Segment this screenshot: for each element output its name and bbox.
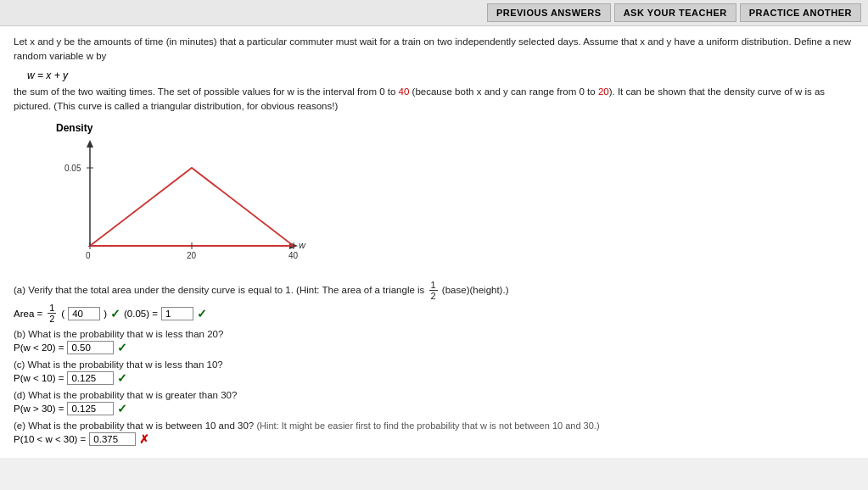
part-b-answer-row: P(w < 20) = ✓ <box>14 341 854 354</box>
part-e-prefix: P(10 < w < 30) = <box>14 434 86 444</box>
part-c-label: (c) What is the probability that w is le… <box>14 359 854 370</box>
part-b-input[interactable] <box>67 341 114 354</box>
main-content: Let x and y be the amounts of time (in m… <box>0 26 868 458</box>
intro-text: Let x and y be the amounts of time (in m… <box>14 36 851 61</box>
prev-answers-button[interactable]: PREVIOUS ANSWERS <box>487 3 611 22</box>
part-d: (d) What is the probability that w is gr… <box>14 390 854 415</box>
ask-teacher-button[interactable]: ASK YOUR TEACHER <box>614 3 736 22</box>
top-bar: PREVIOUS ANSWERS ASK YOUR TEACHER PRACTI… <box>0 0 868 26</box>
paren-open: ( <box>61 309 64 319</box>
part-c-input[interactable] <box>67 371 114 385</box>
part-b-label: (b) What is the probability that w is le… <box>14 329 854 339</box>
chart-svg: 0.05 0 20 40 w Minutes <box>64 136 311 263</box>
part-e-label: (e) What is the probability that w is be… <box>14 420 854 431</box>
part-d-prefix: P(w > 30) = <box>14 404 64 414</box>
hint-rest: (base)(height).) <box>442 285 509 295</box>
area-fraction: 1 2 <box>48 303 56 324</box>
part-c-check: ✓ <box>117 371 127 385</box>
part-d-answer-row: P(w > 30) = ✓ <box>14 402 854 415</box>
svg-text:0: 0 <box>86 251 91 260</box>
svg-text:w: w <box>299 240 306 250</box>
formula: w = x + y <box>27 70 854 81</box>
part-a-input1[interactable] <box>68 307 100 320</box>
hint-fraction: 1 2 <box>429 280 438 301</box>
problem-intro: Let x and y be the amounts of time (in m… <box>14 35 854 64</box>
part-c: (c) What is the probability that w is le… <box>14 359 854 385</box>
part-a-answer-row: Area = 1 2 ( ) ✓ (0.05) = ✓ <box>14 303 854 324</box>
part-e-answer-row: P(10 < w < 30) = ✗ <box>14 432 854 446</box>
svg-marker-2 <box>87 140 93 148</box>
part-d-check: ✓ <box>117 402 127 415</box>
svg-text:0.05: 0.05 <box>64 164 81 173</box>
part-a-middle: (0.05) = <box>124 309 158 319</box>
part-a-check1: ✓ <box>110 307 120 320</box>
part-b-prefix: P(w < 20) = <box>14 342 64 353</box>
part-d-label: (d) What is the probability that w is gr… <box>14 390 854 400</box>
part-a-check2: ✓ <box>197 307 207 320</box>
part-b-check: ✓ <box>117 341 127 354</box>
area-prefix: Area = <box>14 309 42 319</box>
part-e: (e) What is the probability that w is be… <box>14 420 854 446</box>
highlight-20: 20 <box>598 86 609 97</box>
part-c-answer-row: P(w < 10) = ✓ <box>14 371 854 385</box>
svg-marker-4 <box>90 168 294 246</box>
part-a-label: (a) Verify that the total area under the… <box>14 280 854 301</box>
highlight-40: 40 <box>399 86 410 97</box>
part-e-x: ✗ <box>139 432 149 446</box>
part-b: (b) What is the probability that w is le… <box>14 329 854 354</box>
practice-button[interactable]: PRACTICE ANOTHER <box>740 3 861 22</box>
part-e-hint: (Hint: It might be easier first to find … <box>256 420 599 431</box>
svg-text:Minutes: Minutes <box>251 261 284 263</box>
part-e-input[interactable] <box>89 432 136 446</box>
part-a-input2[interactable] <box>161 307 193 320</box>
part-d-input[interactable] <box>67 402 114 415</box>
svg-text:40: 40 <box>288 251 299 260</box>
part-c-prefix: P(w < 10) = <box>14 373 64 383</box>
paren-close: ) <box>104 309 107 319</box>
chart-area: Density 0.05 0 20 40 <box>64 122 319 275</box>
svg-text:20: 20 <box>187 251 197 260</box>
chart-density-label: Density <box>56 122 92 134</box>
part-a: (a) Verify that the total area under the… <box>14 280 854 324</box>
problem-body: the sum of the two waiting times. The se… <box>14 85 854 114</box>
